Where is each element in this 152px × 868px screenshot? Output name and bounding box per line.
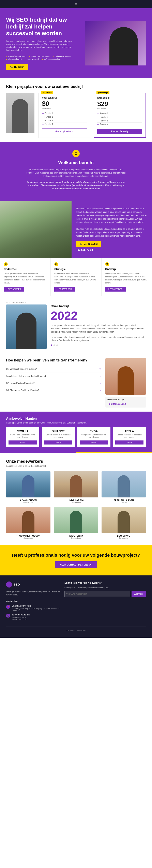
- team-role-4: Consectetur: [6, 537, 50, 539]
- service-card-3: 03 Ontwerp Lorem ipsum dolor sit amet, c…: [102, 258, 152, 296]
- footer-contact-desc: Lorem ipsum dolor sit amet, consectetur …: [6, 590, 60, 596]
- service-card-1: 01 Onderzoek Lorem ipsum dolor sit amet,…: [0, 258, 51, 296]
- team-member-6: LOO SCAVO Consectetur: [102, 507, 146, 539]
- team-member-5: PAUL FERRY Consectetur: [54, 507, 98, 539]
- team-silhouette-5: [70, 511, 82, 533]
- team-role-5: Consectetur: [54, 537, 98, 539]
- team-cta-button[interactable]: Gratis uploaden →: [42, 128, 87, 134]
- team-img-6: [102, 507, 146, 533]
- cta-title: Heeft u professionals nodig voor uw volg…: [6, 552, 146, 558]
- service-title-2: Strategie: [54, 268, 98, 271]
- footer-contact-col: SEO Lorem ipsum dolor sit amet, consecte…: [6, 582, 60, 622]
- welcome-highlight: Amet luctus semernet lectus magna fringi…: [25, 181, 127, 190]
- hamburger-icon[interactable]: ≡: [75, 2, 77, 6]
- footer-logo-text: SEO: [14, 583, 20, 586]
- footer-phone-label: Telefoon (extra lijn): [12, 614, 30, 616]
- faq-q1: Q1: What is off page link building?: [6, 368, 37, 370]
- faq-arrow-1: ▼: [99, 368, 101, 371]
- clients-grid: CROLLA Sample link: Click to select the …: [6, 427, 146, 447]
- faq-phone: +1 (234) 567-8910: [107, 403, 126, 405]
- team-name-1: ADAM JONSON: [6, 499, 50, 501]
- personal-period: Per maand: [97, 108, 142, 110]
- hero-checks: Creatief aanpak (pro) 10.000+ aanmelding…: [6, 55, 75, 60]
- service-num-3: 03: [105, 262, 148, 266]
- team-member-1: ADAM JONSON Lorem/dolor: [6, 471, 50, 503]
- footer-phone-item: 📞 Telefoon (extra lijn) +31 (1) 234 5678…: [6, 614, 60, 620]
- client-cta-1[interactable]: MEER: [8, 440, 37, 444]
- check-4: Klantgericht (pro): [6, 58, 22, 60]
- hero-content: Wij SEO-bedrijf dat uw bedrijf zal helpe…: [6, 17, 75, 70]
- team-section: Onze medewerkers Sample link: Click to s…: [0, 453, 152, 545]
- pricing-personal-card: persoonlijk persoonlijk $29 Per maand Fu…: [94, 93, 146, 138]
- faq-item-1[interactable]: Q1: What is off page link building? ▼: [6, 366, 101, 373]
- welcome-body: Amet luctus semernet lectus magna fringi…: [25, 168, 127, 178]
- faq-left: Hoe helpen we bedrijven om te transforme…: [6, 358, 101, 407]
- call-button[interactable]: 📞 Nu bellen: [6, 64, 28, 70]
- client-logo-1: CROLLA: [8, 430, 37, 433]
- personal-price: $29: [97, 100, 142, 108]
- footer: SEO Lorem ipsum dolor sit amet, consecte…: [0, 576, 152, 638]
- hero-title: Wij SEO-bedrijf dat uw bedrijf zal helpe…: [6, 17, 75, 37]
- client-logo-2: BINANCE: [44, 430, 73, 433]
- hero-img-bg: [85, 21, 146, 65]
- team-member-4: TROUW MET HUDSON Consectetur: [6, 507, 50, 539]
- dot-2[interactable]: [53, 344, 55, 346]
- faq-arrow-3: ▼: [99, 382, 101, 385]
- team-silhouette-4: [22, 511, 34, 533]
- team-img-5: [54, 507, 98, 533]
- team-grid: ADAM JONSON Lorem/dolor LINDA LARSON Con…: [6, 471, 146, 539]
- team-feature-3: Functie 3: [42, 119, 87, 122]
- faq-item-2[interactable]: Sample link: Click to select the Text El…: [6, 373, 101, 380]
- client-card-4: TESLA Sample link: Click to select the T…: [113, 427, 146, 447]
- team-price: $0: [42, 100, 87, 107]
- client-cta-3[interactable]: MEER: [80, 440, 108, 444]
- team-name-2: LINDA LARSON: [54, 499, 98, 501]
- newsletter-email-input[interactable]: [65, 591, 130, 597]
- personal-feature-2: Functie 2: [97, 115, 142, 119]
- team-name-4: TROUW MET HUDSON: [6, 535, 50, 537]
- team-feature-1: Functie 1: [42, 112, 87, 115]
- footer-phone2: +31 567 890 1234: [12, 618, 30, 620]
- check-2: 10.000+ aanmeldingen: [29, 55, 49, 57]
- team-desc: Sample link: Click to select the Text El…: [6, 465, 146, 467]
- newsletter-subscribe-button[interactable]: Abonneer: [131, 591, 146, 597]
- over-body1: Lorem ipsum dolor sit amet, consectetur …: [51, 324, 146, 334]
- footer-logo-area: SEO: [6, 582, 60, 588]
- team-img-4: [6, 507, 50, 533]
- team-member-3: SPELLEN LARSEN Consectetur: [102, 471, 146, 503]
- dot-1[interactable]: [51, 344, 52, 346]
- client-cta-4[interactable]: MEER: [115, 440, 144, 444]
- faq-title: Hoe helpen we bedrijven om te transforme…: [6, 358, 101, 363]
- welcome-title: Welkoms bericht: [6, 160, 146, 165]
- service-body-3: Lorem ipsum dolor sit amet, consectetur …: [105, 272, 148, 284]
- team-silhouette-1: [22, 475, 34, 497]
- footer-newsletter-col: Schrijf je in voor de Nieuwsbrief Lorem …: [65, 582, 146, 622]
- pricing-man-image: [6, 93, 34, 133]
- client-cta-2[interactable]: MEER: [44, 440, 73, 444]
- address-label: Onze kantoorlocatie: [12, 605, 60, 607]
- service-cta-2[interactable]: LEES VERDER: [54, 287, 75, 291]
- service-card-2: 02 Strategie Lorem ipsum dolor sit amet,…: [51, 258, 101, 296]
- dot-3[interactable]: [56, 344, 58, 346]
- client-desc-2: Sample link: Click to select the Text El…: [44, 434, 73, 439]
- clients-desc: Paragraph: Lorem ipsum dolor sit amet, c…: [6, 422, 146, 424]
- man-silhouette: [12, 99, 28, 133]
- team-img-3: [102, 471, 146, 497]
- service-cta-3[interactable]: LEES VERDER: [105, 287, 126, 291]
- faq-item-3[interactable]: Q2: House Painting Essentials? ▼: [6, 380, 101, 387]
- faq-item-4[interactable]: Q3: Plan Ahead For Home Painting? ▼: [6, 387, 101, 394]
- personal-feature-1: Functie 1: [97, 112, 142, 115]
- cta-section: Heeft u professionals nodig voor uw volg…: [0, 545, 152, 576]
- faq-q4: Q3: Plan Ahead For Home Painting?: [6, 389, 39, 391]
- service-cta-1[interactable]: LEES VERDER: [4, 287, 24, 291]
- phone-icon: 📞: [10, 66, 13, 68]
- content-call-button[interactable]: 📞 Bel ons altijd: [76, 241, 101, 247]
- cta-button[interactable]: NEEM CONTACT MET ONS OP: [55, 561, 97, 568]
- team-role-6: Consectetur: [102, 537, 146, 539]
- footer-address-item: 📍 Onze kantoorlocatie The Designer Group…: [6, 605, 60, 612]
- pricing-title: Klein prijsplan voor uw creatieve bedrij…: [6, 84, 146, 89]
- team-role-2: Consectetur: [54, 501, 98, 503]
- content-text: Tha risus nulla odio sollicitudin ultric…: [72, 201, 152, 258]
- personal-cta-button[interactable]: Proceed Annually: [97, 129, 142, 134]
- team-features: Functie 1 Functie 2 Functie 3 Functie 4: [42, 112, 87, 126]
